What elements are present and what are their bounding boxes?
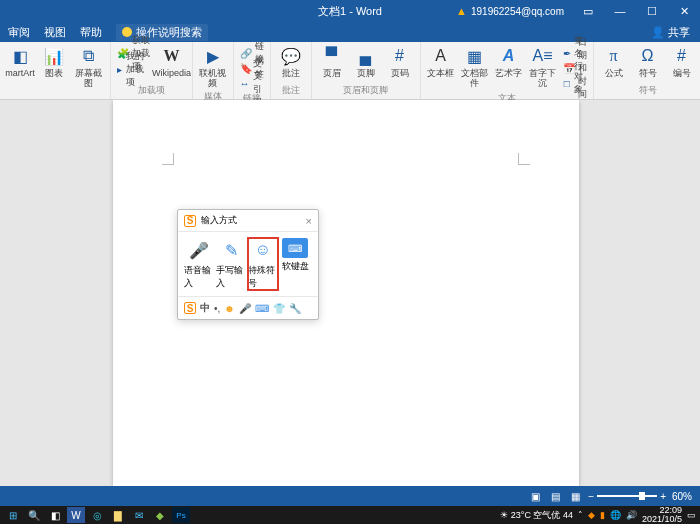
smartart-icon: ◧ [10,46,30,66]
menu-view[interactable]: 视图 [44,25,66,40]
menu-review[interactable]: 审阅 [8,25,30,40]
ime-emoji-icon[interactable]: ☻ [224,303,235,314]
mic-icon: 🎤 [187,238,211,262]
tray-chevron[interactable]: ˄ [578,510,583,520]
textbox-icon: A [431,46,451,66]
ime-voice[interactable]: 🎤 语音输入 [184,238,214,290]
start-button[interactable]: ⊞ [4,507,22,523]
online-video-button[interactable]: ▶联机视频 [199,46,227,88]
ime-soft-keyboard[interactable]: ⌨ 软键盘 [280,238,310,290]
taskbar-word[interactable]: W [67,507,85,523]
my-addins[interactable]: ▸我的加载项 [117,62,152,76]
object-button[interactable]: □对象 [563,76,587,90]
tray-volume-icon[interactable]: 🔊 [626,510,637,520]
screenshot-icon: ⧉ [79,46,99,66]
maximize-button[interactable]: ☐ [636,0,668,22]
textbox-button[interactable]: A文本框 [427,46,455,78]
symbol-button[interactable]: Ω符号 [634,46,662,78]
group-header-label: 页眉和页脚 [343,82,388,97]
addins-icon: ▸ [117,63,124,75]
taskbar-explorer[interactable]: ▇ [109,507,127,523]
equation-button[interactable]: π公式 [600,46,628,78]
document-canvas[interactable] [0,100,700,486]
zoom-level[interactable]: 60% [672,491,692,502]
ime-tool-icon[interactable]: 🔧 [289,303,301,314]
comment-icon: 💬 [281,46,301,66]
tray-notifications[interactable]: ▭ [687,510,696,520]
equation-icon: π [604,46,624,66]
print-layout-icon[interactable]: ▤ [548,489,562,503]
tray-flag-icon[interactable]: ▮ [600,510,605,520]
sogou-icon: S [184,302,196,314]
ime-punct-icon[interactable]: •, [214,303,220,314]
footer-icon: ▄ [356,46,376,66]
wordart-icon: A [499,46,519,66]
share-button[interactable]: 👤 共享 [651,25,690,40]
smartart-button[interactable]: ◧martArt [6,46,34,78]
crossref-button[interactable]: ↔交叉引用 [240,76,264,90]
group-symbols-label: 符号 [639,82,657,97]
ribbon-options[interactable]: ▭ [572,0,604,22]
header-button[interactable]: ▀页眉 [318,46,346,78]
task-view[interactable]: ◧ [46,507,64,523]
ime-kbd-icon[interactable]: ⌨ [255,303,269,314]
ime-skin-icon[interactable]: 👕 [273,303,285,314]
header-icon: ▀ [322,46,342,66]
tray-weather[interactable]: ☀23°C 空气优 44 [500,509,573,522]
link-icon: 🔗 [240,47,252,59]
symbol-icon: Ω [638,46,658,66]
tray-app-icon[interactable]: ◆ [588,510,595,520]
taskbar-edge[interactable]: ◎ [88,507,106,523]
web-layout-icon[interactable]: ▦ [568,489,582,503]
ime-close-button[interactable]: × [306,215,312,227]
wikipedia-icon: W [162,46,182,66]
wordart-button[interactable]: A艺术字 [495,46,523,78]
quickparts-icon: ▦ [465,46,485,66]
wikipedia-button[interactable]: WWikipedia [158,46,186,78]
zoom-out-icon[interactable]: − [588,491,594,502]
minimize-button[interactable]: — [604,0,636,22]
ime-handwriting[interactable]: ✎ 手写输入 [216,238,246,290]
comment-button[interactable]: 💬批注 [277,46,305,78]
menu-help[interactable]: 帮助 [80,25,102,40]
tray-net-icon[interactable]: 🌐 [610,510,621,520]
ime-special-chars[interactable]: ☺ 特殊符号 [248,238,278,290]
sogou-icon: S [184,215,196,227]
tell-me-search[interactable]: 操作说明搜索 [116,24,208,41]
tray-date[interactable]: 2021/10/5 [642,515,682,524]
ime-status-bar[interactable]: S 中 •, ☻ 🎤 ⌨ 👕 🔧 [178,296,318,319]
taskbar-app1[interactable]: ◆ [151,507,169,523]
bookmark-icon: 🔖 [240,62,252,74]
group-addins-label: 加载项 [138,82,165,97]
quickparts-button[interactable]: ▦文档部件 [461,46,489,88]
ime-mic-icon[interactable]: 🎤 [239,303,251,314]
user-account[interactable]: 191962254@qq.com [471,6,564,17]
chart-button[interactable]: 📊图表 [40,46,68,78]
status-bar: ▣ ▤ ▦ − + 60% [0,486,700,506]
group-comments-label: 批注 [282,82,300,97]
bulb-icon [122,27,132,37]
person-icon: ☺ [251,238,275,262]
taskbar: ⊞ 🔍 ◧ W ◎ ▇ ✉ ◆ Ps ☀23°C 空气优 44 ˄ ◆ ▮ 🌐 … [0,506,700,524]
weather-icon: ☀ [500,510,508,520]
object-icon: □ [563,77,571,89]
video-icon: ▶ [203,46,223,66]
pagenum-icon: # [390,46,410,66]
crossref-icon: ↔ [240,77,250,89]
zoom-in-icon[interactable]: + [660,491,666,502]
close-button[interactable]: ✕ [668,0,700,22]
screenshot-button[interactable]: ⧉屏幕截图 [74,46,104,88]
warning-icon: ▲ [456,5,467,17]
pagenum-button[interactable]: #页码 [386,46,414,78]
taskbar-mail[interactable]: ✉ [130,507,148,523]
taskbar-ps[interactable]: Ps [172,507,190,523]
pencil-icon: ✎ [219,238,243,262]
footer-button[interactable]: ▄页脚 [352,46,380,78]
number-button[interactable]: #编号 [668,46,696,78]
number-icon: # [672,46,692,66]
focus-view-icon[interactable]: ▣ [528,489,542,503]
date-icon: 📅 [563,62,575,74]
dropcap-button[interactable]: A≡首字下沉 [529,46,557,88]
zoom-slider[interactable]: − + [588,491,666,502]
search-button[interactable]: 🔍 [25,507,43,523]
